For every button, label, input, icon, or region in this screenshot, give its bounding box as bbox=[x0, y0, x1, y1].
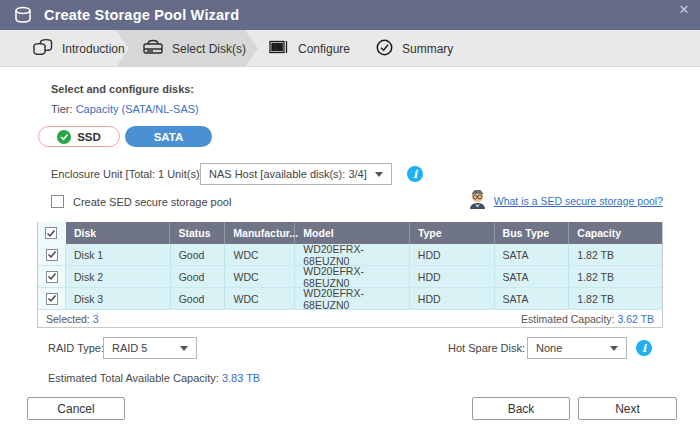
chevron-down-icon bbox=[375, 172, 383, 177]
back-button[interactable]: Back bbox=[472, 397, 570, 420]
disk-table: Disk Status Manufactur... Model Type Bus… bbox=[37, 222, 663, 328]
sed-row: Create SED secure storage pool bbox=[51, 195, 231, 208]
hot-spare-info-icon[interactable]: i bbox=[636, 340, 652, 356]
row-checkbox[interactable] bbox=[38, 288, 66, 309]
disk-table-footer: Selected: 3 Estimated Capacity: 3.62 TB bbox=[38, 310, 662, 327]
col-header-type[interactable]: Type bbox=[410, 222, 495, 244]
enclosure-label: Enclosure Unit [Total: 1 Unit(s)]: bbox=[51, 168, 206, 180]
cell-bus_type: SATA bbox=[495, 266, 570, 287]
sed-checkbox[interactable] bbox=[51, 195, 64, 208]
storage-pool-icon bbox=[13, 5, 33, 25]
total-capacity-line: Estimated Total Available Capacity: 3.83… bbox=[48, 372, 260, 384]
tier-label: Tier: bbox=[51, 103, 73, 115]
cell-capacity: 1.82 TB bbox=[569, 244, 662, 265]
helper-mascot-icon bbox=[467, 190, 488, 211]
disk-icon bbox=[143, 39, 163, 58]
raid-type-value: RAID 5 bbox=[112, 342, 147, 354]
estimated-capacity-value: 3.62 TB bbox=[617, 313, 654, 325]
cell-manufacturer: WDC bbox=[225, 244, 295, 265]
select-all-checkbox[interactable] bbox=[38, 222, 66, 244]
wizard-steps-bar: Introduction Select Disk(s) bbox=[0, 30, 700, 67]
total-capacity-value: 3.83 TB bbox=[222, 372, 260, 384]
titlebar: Create Storage Pool Wizard ✕ bbox=[0, 0, 700, 30]
cell-type: HDD bbox=[410, 288, 495, 309]
cell-manufacturer: WDC bbox=[225, 288, 295, 309]
cell-model: WD20EFRX-68EUZN0 bbox=[295, 288, 410, 309]
tab-ssd[interactable]: SSD bbox=[38, 126, 120, 147]
cell-disk: Disk 2 bbox=[66, 266, 171, 287]
step-select-disks[interactable]: Select Disk(s) bbox=[116, 30, 258, 67]
cell-model: WD20EFRX-68EUZN0 bbox=[295, 266, 410, 287]
pools-icon bbox=[33, 38, 53, 59]
enclosure-select[interactable]: NAS Host [available disk(s): 3/4] bbox=[200, 163, 392, 185]
chevron-down-icon bbox=[610, 346, 618, 351]
enclosure-info-icon[interactable]: i bbox=[407, 166, 423, 182]
col-header-status[interactable]: Status bbox=[170, 222, 225, 244]
create-storage-pool-wizard-dialog: Create Storage Pool Wizard ✕ Introductio… bbox=[0, 0, 700, 437]
col-header-manufacturer[interactable]: Manufactur... bbox=[225, 222, 295, 244]
next-button[interactable]: Next bbox=[578, 397, 677, 420]
tier-link[interactable]: Capacity (SATA/NL-SAS) bbox=[76, 103, 199, 115]
raid-blocks-icon bbox=[269, 40, 289, 57]
disk-table-header: Disk Status Manufactur... Model Type Bus… bbox=[38, 222, 662, 244]
cell-capacity: 1.82 TB bbox=[569, 266, 662, 287]
step-label: Configure bbox=[298, 42, 350, 56]
hot-spare-label: Hot Spare Disk: bbox=[448, 342, 525, 354]
chevron-down-icon bbox=[180, 346, 188, 351]
cell-status: Good bbox=[171, 266, 226, 287]
table-row[interactable]: Disk 3GoodWDCWD20EFRX-68EUZN0HDDSATA1.82… bbox=[38, 288, 662, 310]
cell-capacity: 1.82 TB bbox=[569, 288, 662, 309]
row-checkbox[interactable] bbox=[38, 266, 66, 287]
estimated-capacity: Estimated Capacity: 3.62 TB bbox=[521, 313, 654, 325]
cell-status: Good bbox=[171, 244, 226, 265]
tab-sata[interactable]: SATA bbox=[125, 126, 212, 147]
enclosure-value: NAS Host [available disk(s): 3/4] bbox=[209, 168, 367, 180]
cell-type: HDD bbox=[410, 244, 495, 265]
selected-count-value: 3 bbox=[93, 313, 99, 325]
cell-model: WD20EFRX-68EUZN0 bbox=[295, 244, 410, 265]
selected-count: Selected: 3 bbox=[46, 313, 99, 325]
sed-help-row: What is a SED secure storage pool? bbox=[467, 190, 663, 211]
step-label: Summary bbox=[402, 42, 453, 56]
window-title: Create Storage Pool Wizard bbox=[44, 7, 239, 23]
step-label: Select Disk(s) bbox=[172, 42, 246, 56]
col-header-bus-type[interactable]: Bus Type bbox=[495, 222, 570, 244]
sed-checkbox-label: Create SED secure storage pool bbox=[73, 196, 231, 208]
cell-disk: Disk 3 bbox=[66, 288, 171, 309]
table-row[interactable]: Disk 2GoodWDCWD20EFRX-68EUZN0HDDSATA1.82… bbox=[38, 266, 662, 288]
total-capacity-label: Estimated Total Available Capacity: bbox=[48, 372, 219, 384]
col-header-capacity[interactable]: Capacity bbox=[569, 222, 662, 244]
raid-type-select[interactable]: RAID 5 bbox=[103, 337, 197, 359]
raid-type-label: RAID Type: bbox=[48, 342, 104, 354]
cell-status: Good bbox=[171, 288, 226, 309]
cell-bus_type: SATA bbox=[495, 288, 570, 309]
tab-ssd-label: SSD bbox=[77, 131, 101, 143]
step-introduction[interactable]: Introduction bbox=[33, 30, 125, 67]
cell-type: HDD bbox=[410, 266, 495, 287]
close-icon[interactable]: ✕ bbox=[676, 1, 692, 17]
hot-spare-value: None bbox=[536, 342, 562, 354]
sed-help-link[interactable]: What is a SED secure storage pool? bbox=[494, 195, 663, 207]
check-badge-icon bbox=[57, 130, 71, 144]
step-summary[interactable]: Summary bbox=[376, 30, 453, 67]
cancel-button[interactable]: Cancel bbox=[27, 397, 125, 420]
step-configure[interactable]: Configure bbox=[269, 30, 350, 67]
tier-line: Tier: Capacity (SATA/NL-SAS) bbox=[51, 103, 199, 115]
cell-bus_type: SATA bbox=[495, 244, 570, 265]
col-header-disk[interactable]: Disk bbox=[66, 222, 171, 244]
hot-spare-select[interactable]: None bbox=[527, 337, 627, 359]
section-heading: Select and configure disks: bbox=[51, 83, 194, 95]
cell-disk: Disk 1 bbox=[66, 244, 171, 265]
step-label: Introduction bbox=[62, 42, 125, 56]
table-row[interactable]: Disk 1GoodWDCWD20EFRX-68EUZN0HDDSATA1.82… bbox=[38, 244, 662, 266]
cell-manufacturer: WDC bbox=[225, 266, 295, 287]
row-checkbox[interactable] bbox=[38, 244, 66, 265]
col-header-model[interactable]: Model bbox=[295, 222, 410, 244]
check-circle-icon bbox=[376, 39, 393, 59]
tab-sata-label: SATA bbox=[154, 131, 184, 143]
disk-table-body: Disk 1GoodWDCWD20EFRX-68EUZN0HDDSATA1.82… bbox=[38, 244, 662, 310]
